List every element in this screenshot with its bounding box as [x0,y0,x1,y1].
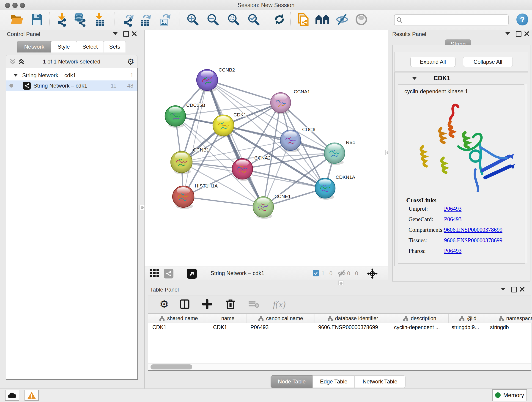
tab-network-table[interactable]: Network Table [355,375,405,388]
fit-selected-crosshair-icon[interactable] [367,268,378,279]
zoom-in-icon[interactable] [185,12,200,27]
warning-status-button[interactable] [25,390,39,401]
export-image-icon[interactable] [157,12,172,27]
node-CDKN1A[interactable]: CDKN1A [315,174,355,200]
zoom-out-icon[interactable] [205,12,220,27]
close-panel-icon[interactable] [519,287,525,292]
network-options-gear-icon[interactable]: ⚙ [127,57,134,66]
collection-expander-icon[interactable] [13,74,18,77]
float-panel-icon[interactable] [123,31,129,37]
birdseye-grid-icon[interactable] [150,269,160,278]
float-panel-icon[interactable] [511,287,517,293]
zoom-fit-icon[interactable] [226,12,241,27]
gene-section-header[interactable]: CDK1 [395,72,528,84]
node-RB1[interactable]: RB1 [324,140,355,165]
edge-CCNE1-HIST1H1A[interactable] [183,197,263,207]
delete-table-icon[interactable] [247,297,261,311]
create-column-icon[interactable] [200,297,214,311]
string-document-icon[interactable] [296,12,311,27]
help-icon[interactable]: ? [516,13,528,26]
column-header-canonical-name[interactable]: canonical name [247,314,315,323]
hidden-eye-icon[interactable] [337,270,346,277]
import-network-database-icon[interactable] [72,12,87,27]
open-in-window-icon[interactable] [187,269,197,279]
string-badge-gray-icon[interactable] [164,269,173,279]
network-view-canvas[interactable]: CCNB2CCNA1CDC25BCDK1CDC6RB1CCNB1CCNA2CDK… [145,30,388,267]
search-input[interactable] [404,17,508,23]
save-session-icon[interactable] [29,12,44,27]
node-HIST1H1A[interactable]: HIST1H1A [172,183,218,209]
panel-menu-icon[interactable] [113,32,118,35]
import-table-file-icon[interactable] [92,12,107,27]
string-home-icon[interactable] [315,12,330,27]
node-CDK1[interactable]: CDK1 [213,112,246,137]
node-CCNB2[interactable]: CCNB2 [196,67,235,92]
panel-menu-icon[interactable] [505,32,510,35]
panel-menu-icon[interactable] [500,288,506,291]
network-row[interactable]: String Network – cdk1 11 48 [6,80,138,91]
tab-sets[interactable]: Sets [104,41,126,52]
zoom-selected-icon[interactable] [246,12,261,27]
gene-expander-icon[interactable] [412,77,417,80]
tab-select[interactable]: Select [76,41,104,52]
float-panel-icon[interactable] [516,31,521,37]
selected-checkbox-icon[interactable] [313,270,319,276]
refresh-icon[interactable] [272,12,287,27]
edge-CCNB2-CCNA1[interactable] [207,80,281,103]
tab-node-table[interactable]: Node Table [271,375,313,388]
cloud-status-button[interactable] [5,390,19,401]
results-scrollbar[interactable] [524,84,527,263]
table-cell[interactable]: CDK1 [209,323,246,332]
presentation-orb-icon[interactable] [354,12,369,27]
show-columns-icon[interactable] [178,297,191,311]
delete-column-trash-icon[interactable] [224,297,237,311]
node-label: CCNB1 [193,147,209,153]
column-header-label: description [411,315,436,322]
left-splitter-handle[interactable] [139,205,145,210]
hierarchy-column-icon [258,316,264,321]
close-panel-icon[interactable] [132,31,137,36]
node-attribute-table[interactable]: shared namenamecanonical namedatabase id… [148,313,531,371]
table-cell[interactable]: P06493 [246,323,314,332]
crosslink-row: Pharos:P06493 [409,248,523,258]
close-panel-icon[interactable] [524,31,530,36]
table-cell[interactable]: stringdb:9... [447,323,486,332]
table-cell[interactable]: stringdb [486,323,532,332]
scrollbar-thumb[interactable] [151,364,192,370]
column-header-description[interactable]: description [391,314,449,323]
column-header-namespace[interactable]: namespace [487,314,532,323]
column-header--id[interactable]: @id [449,314,487,323]
crosslink-link[interactable]: P06493 [444,206,462,212]
memory-button[interactable]: Memory [492,389,527,401]
crosslink-link[interactable]: P06493 [444,216,462,223]
network-collection-row[interactable]: String Network – cdk1 1 [6,70,138,80]
column-header-shared-name[interactable]: shared name [148,314,209,323]
tab-style[interactable]: Style [51,41,76,52]
export-network-icon[interactable] [121,12,136,27]
open-session-icon[interactable] [9,12,24,27]
table-horizontal-scrollbar[interactable] [148,363,531,370]
import-network-file-icon[interactable] [55,12,70,27]
bottom-splitter-handle[interactable] [338,281,343,286]
collapse-all-button[interactable]: Collapse All [463,57,513,67]
string-network-graph[interactable]: CCNB2CCNA1CDC25BCDK1CDC6RB1CCNB1CCNA2CDK… [145,30,388,267]
crosslink-link[interactable]: P06493 [444,248,462,254]
node-CCNA1[interactable]: CCNA1 [271,89,310,114]
table-cell[interactable]: 9606.ENSP00000378699 [314,323,390,332]
table-cell[interactable]: CDK1 [148,323,209,332]
hide-graphics-details-icon[interactable] [335,12,350,27]
edge-CCNA2-CDKN1A[interactable] [242,169,325,188]
crosslink-link[interactable]: 9606.ENSP00000378699 [444,237,502,244]
column-header-name[interactable]: name [209,314,247,323]
tab-edge-table[interactable]: Edge Table [312,375,355,388]
expand-all-button[interactable]: Expand All [410,57,456,67]
tab-network[interactable]: Network [17,41,51,52]
function-builder-icon[interactable]: f(x) [269,297,290,311]
table-options-gear-icon[interactable]: ⚙ [157,297,171,311]
column-header-database-identifier[interactable]: database identifier [315,314,391,323]
table-cell[interactable]: cyclin-dependent ... [390,323,447,332]
export-table-icon[interactable] [138,12,152,27]
crosslink-link[interactable]: 9606.ENSP00000378699 [444,227,502,233]
search-field[interactable] [394,14,509,26]
table-row[interactable]: CDK1CDK1P064939606.ENSP00000378699cyclin… [148,323,532,332]
